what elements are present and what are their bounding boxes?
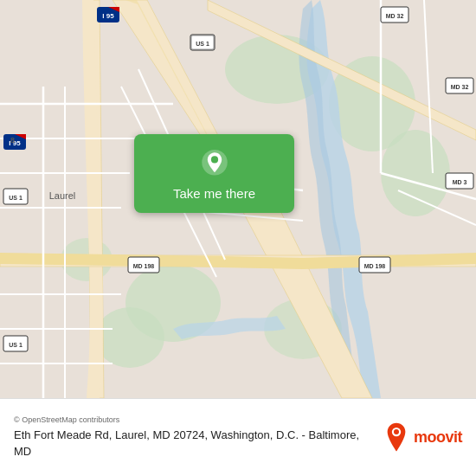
address-section: © OpenStreetMap contributors Eth Fort Me… — [14, 415, 372, 459]
location-pin-icon — [199, 150, 230, 181]
address-text: Eth Fort Meade Rd, Laurel, MD 20724, Was… — [14, 428, 372, 459]
moovit-logo: moovit — [383, 421, 462, 454]
map-container: I 95 I 95 US 1 US 1 US 1 MD 32 MD 32 MD … — [0, 0, 476, 398]
svg-text:MD 32: MD 32 — [386, 13, 404, 19]
svg-text:US 1: US 1 — [9, 195, 23, 201]
svg-point-3 — [381, 130, 450, 216]
svg-text:MD 198: MD 198 — [133, 263, 155, 269]
moovit-brand-text: moovit — [414, 428, 462, 447]
svg-text:8: 8 — [10, 136, 15, 145]
take-me-there-label: Take me there — [173, 186, 255, 201]
info-bar: © OpenStreetMap contributors Eth Fort Me… — [0, 398, 476, 476]
svg-text:MD 3: MD 3 — [453, 179, 467, 185]
svg-text:MD 32: MD 32 — [451, 84, 469, 90]
svg-point-47 — [210, 156, 217, 163]
svg-text:US 1: US 1 — [9, 342, 23, 348]
svg-point-49 — [394, 429, 399, 434]
svg-text:MD 198: MD 198 — [364, 263, 386, 269]
take-me-there-button[interactable]: Take me there — [134, 134, 294, 213]
svg-text:I 95: I 95 — [102, 12, 114, 20]
svg-text:Laurel: Laurel — [49, 190, 76, 201]
svg-text:US 1: US 1 — [196, 41, 209, 47]
svg-point-5 — [95, 307, 164, 368]
copyright-text: © OpenStreetMap contributors — [14, 415, 372, 424]
moovit-pin-icon — [383, 421, 410, 454]
